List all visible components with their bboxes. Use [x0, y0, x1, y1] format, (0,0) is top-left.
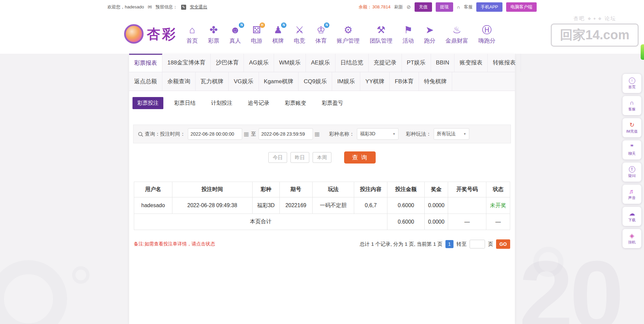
site-logo[interactable]: 杏彩 [124, 24, 177, 44]
withdraw-button[interactable]: 提现 [436, 2, 453, 12]
nav-item-label: 跑分 [424, 37, 435, 45]
nav-item-label: 彩票 [208, 37, 219, 45]
widget-download[interactable]: ☁下载 [623, 207, 641, 226]
calendar-icon[interactable]: ▦ [244, 131, 249, 138]
current-page-badge[interactable]: 1 [445, 240, 453, 248]
report-tab-0[interactable]: 彩票报表 [129, 54, 162, 72]
quick-filter-0[interactable]: 今日 [268, 152, 287, 163]
quick-row: 今日昨日本周 查 询 [129, 151, 515, 164]
report-tab-6[interactable]: IM娱乐 [332, 72, 360, 91]
cell-8 [448, 197, 486, 214]
hipaofen-icon: Ⓗ [482, 24, 492, 36]
nav-item-esports[interactable]: ⚔电竞 [294, 24, 305, 45]
widget-label: IM充值 [626, 129, 638, 134]
sound-icon: ♬ [629, 188, 635, 195]
report-tab-7[interactable]: YY棋牌 [360, 72, 390, 91]
report-tab-8[interactable]: PT娱乐 [402, 54, 431, 72]
nav-item-account[interactable]: ⚙账户管理 [337, 24, 360, 45]
report-tab-7[interactable]: 充提记录 [369, 54, 402, 72]
goto-page-input[interactable] [470, 240, 485, 248]
hangup-icon: ◈ [630, 232, 634, 239]
to-label: 至 [251, 131, 256, 137]
nav-item-chess[interactable]: ♟N棋牌 [272, 24, 284, 45]
mobile-app-button[interactable]: 手机APP [476, 2, 502, 12]
report-tab-8[interactable]: FB体育 [390, 72, 419, 91]
main-panel: 彩票报表188金宝博体育沙巴体育AG娱乐WM娱乐AE娱乐日结总览充提记录PT娱乐… [129, 54, 515, 324]
search-button[interactable]: 查 询 [344, 151, 376, 164]
cell-2: 福彩3D [252, 197, 279, 214]
widget-sound[interactable]: ♬声音 [623, 185, 641, 204]
report-tab-6[interactable]: 日结总览 [335, 54, 369, 72]
refresh-link[interactable]: 刷新 [394, 4, 403, 10]
report-tab-3[interactable]: VG娱乐 [229, 72, 259, 91]
nav-item-hipaofen[interactable]: Ⓗ嗨跑分 [478, 24, 495, 45]
sub-tab-0[interactable]: 彩票投注 [132, 97, 163, 109]
pc-client-button[interactable]: 电脑客户端 [506, 2, 537, 12]
mail-icon[interactable]: ✉ [148, 4, 152, 10]
start-time-input[interactable] [188, 128, 242, 140]
im-recharge-icon: ↻ [629, 122, 634, 128]
recharge-button[interactable]: 充值 [415, 2, 432, 12]
report-tab-0[interactable]: 返点总额 [129, 72, 162, 91]
query-label: 查询： [145, 131, 160, 137]
lottery-select[interactable]: 福彩3D ▼ [357, 128, 398, 140]
cell-7: 0.0000 [425, 197, 448, 214]
watermark-top: 杏吧 ❖ ✦ ❖ 论坛 [551, 15, 639, 22]
sub-tab-2[interactable]: 计划投注 [206, 97, 237, 109]
nav-item-live[interactable]: ☻N真人 [229, 24, 241, 45]
service-link[interactable]: 客服 [464, 4, 473, 10]
logo-icon [124, 24, 144, 44]
widget-hangup[interactable]: ◈挂机 [623, 229, 641, 248]
nav-item-lottery[interactable]: ✤彩票 [208, 24, 219, 45]
report-tab-5[interactable]: AE娱乐 [306, 54, 335, 72]
widget-label: 聊天 [628, 151, 636, 156]
download-icon: ☁ [629, 210, 635, 217]
bets-table: 用户名投注时间彩种期号玩法投注内容投注金额奖金开奖号码状态hadesado202… [134, 182, 510, 230]
summary-label: 本页合计 [134, 214, 387, 230]
widget-chat[interactable]: ❞聊天 [623, 140, 641, 159]
nav-item-activity[interactable]: ⚑活动 [402, 24, 414, 45]
widget-service[interactable]: ∩客服 [623, 96, 641, 115]
nav-item-paofen[interactable]: ➤跑分 [424, 24, 435, 45]
sub-tab-4[interactable]: 彩票账变 [280, 97, 311, 109]
report-tab-4[interactable]: WM娱乐 [274, 54, 306, 72]
widget-im-recharge[interactable]: ↻IM充值 [623, 118, 641, 137]
table-footer: 备注:如需查看投注单详情，请点击状态 总计 1 个记录, 分为 1 页, 当前第… [134, 239, 510, 249]
report-tab-9[interactable]: BBIN [431, 54, 455, 72]
widget-question[interactable]: !疑问 [623, 163, 641, 182]
eye-off-icon[interactable]: ⊘ [407, 4, 411, 10]
quick-filter-1[interactable]: 昨日 [290, 152, 309, 163]
nav-item-jinding[interactable]: ♨金鼎财富 [445, 24, 468, 45]
filter-bar: 查询： 投注时间： ▦ 至 ▦ 彩种名称： 福彩3D ▼ 彩种玩法： 所有玩法 … [133, 125, 511, 143]
sub-tab-3[interactable]: 追号记录 [243, 97, 274, 109]
nav-item-sports[interactable]: ♔N体育 [315, 24, 327, 45]
quick-filter-2[interactable]: 本周 [313, 152, 331, 163]
report-tab-2[interactable]: 瓦力棋牌 [196, 72, 229, 91]
end-time-input[interactable] [259, 128, 313, 140]
decor-number: 20 [519, 239, 621, 324]
report-tab-3[interactable]: AG娱乐 [244, 54, 274, 72]
edit-icon[interactable]: ✎ [181, 5, 186, 10]
report-tab-11[interactable]: 转账报表 [488, 54, 521, 72]
report-tab-4[interactable]: Kgame棋牌 [259, 72, 299, 91]
calendar-icon[interactable]: ▦ [314, 131, 320, 138]
status-cell[interactable]: 未开奖 [486, 197, 510, 214]
report-tab-2[interactable]: 沙巴体育 [211, 54, 244, 72]
badge-n-icon: N [281, 22, 286, 28]
widget-home-top[interactable]: ↑首页 [623, 74, 641, 93]
report-tab-10[interactable]: 账变报表 [454, 54, 488, 72]
sub-tab-5[interactable]: 彩票盈亏 [317, 97, 348, 109]
nav-item-egames[interactable]: ⚄H电游 [251, 24, 262, 45]
report-tab-5[interactable]: CQ9娱乐 [299, 72, 332, 91]
report-tab-9[interactable]: 特兔棋牌 [419, 72, 452, 91]
play-type-select[interactable]: 所有玩法 ▼ [434, 128, 469, 140]
nav-item-home[interactable]: ⌂首页 [186, 24, 198, 45]
report-tab-1[interactable]: 188金宝博体育 [162, 54, 211, 72]
sub-tab-1[interactable]: 彩票日结 [169, 97, 200, 109]
service-icon: ∩ [630, 99, 634, 106]
report-tab-1[interactable]: 余额查询 [162, 72, 196, 91]
scrollbar-thumb[interactable] [641, 44, 644, 60]
logout-link[interactable]: 安全退出 [190, 4, 207, 10]
nav-item-team[interactable]: ⚒团队管理 [370, 24, 392, 45]
go-button[interactable]: GO [496, 239, 510, 249]
